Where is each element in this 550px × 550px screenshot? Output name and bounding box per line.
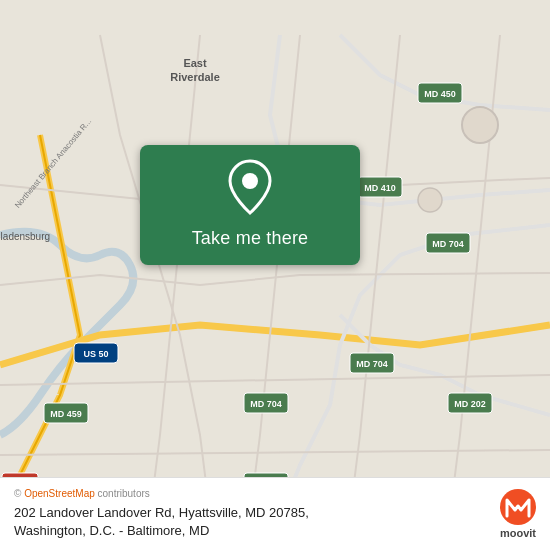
copyright-symbol: © <box>14 488 24 499</box>
svg-text:MD 704: MD 704 <box>432 239 464 249</box>
copyright-line: © OpenStreetMap contributors <box>14 488 488 499</box>
svg-text:MD 202: MD 202 <box>454 399 486 409</box>
svg-text:MD 410: MD 410 <box>364 183 396 193</box>
svg-point-1 <box>462 107 498 143</box>
openstreetmap-link[interactable]: OpenStreetMap <box>24 488 95 499</box>
svg-text:MD 450: MD 450 <box>424 89 456 99</box>
address-block: © OpenStreetMap contributors 202 Landove… <box>14 488 488 540</box>
location-pin-icon <box>226 159 274 218</box>
svg-text:US 50: US 50 <box>83 349 108 359</box>
map-background: MD 450 MD 410 MD 704 MD 704 MD 704 MD 20… <box>0 0 550 550</box>
svg-text:MD 704: MD 704 <box>356 359 388 369</box>
moovit-icon <box>500 489 536 525</box>
svg-text:Riverdale: Riverdale <box>170 71 220 83</box>
info-bar: © OpenStreetMap contributors 202 Landove… <box>0 477 550 550</box>
button-label: Take me there <box>192 228 309 249</box>
address-line2: Washington, D.C. - Baltimore, MD <box>14 523 209 538</box>
svg-point-2 <box>418 188 442 212</box>
take-me-there-button[interactable]: Take me there <box>140 145 360 265</box>
address-text: 202 Landover Landover Rd, Hyattsville, M… <box>14 504 488 540</box>
svg-text:MD 459: MD 459 <box>50 409 82 419</box>
svg-point-27 <box>242 173 258 189</box>
svg-text:East: East <box>183 57 207 69</box>
map-container: MD 450 MD 410 MD 704 MD 704 MD 704 MD 20… <box>0 0 550 550</box>
moovit-logo[interactable]: moovit <box>500 489 536 539</box>
contributors-text: contributors <box>98 488 150 499</box>
address-line1: 202 Landover Landover Rd, Hyattsville, M… <box>14 505 309 520</box>
svg-text:MD 704: MD 704 <box>250 399 282 409</box>
moovit-text: moovit <box>500 527 536 539</box>
svg-text:Bladensburg: Bladensburg <box>0 231 50 242</box>
